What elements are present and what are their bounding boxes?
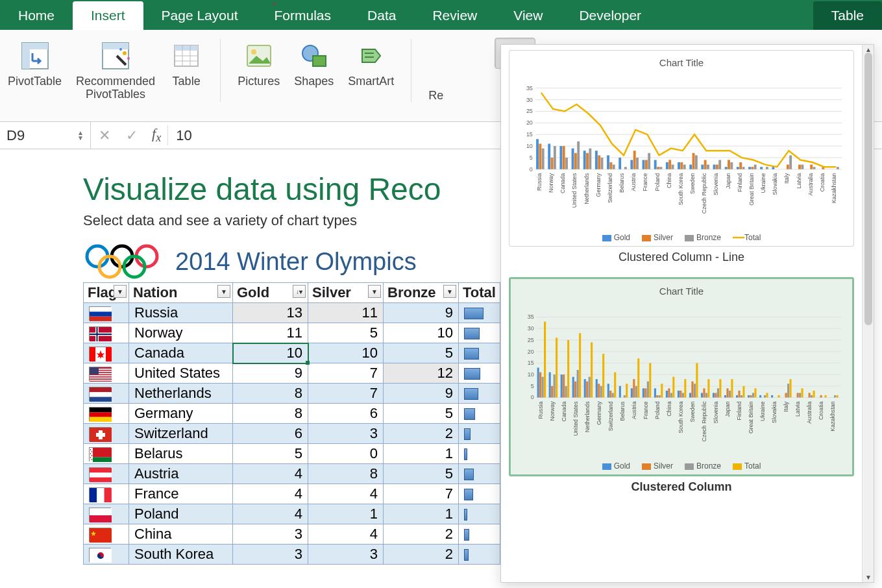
silver-cell[interactable]: 1 [308,504,384,524]
pictures-button[interactable]: Pictures ▼ [238,34,280,121]
bronze-cell[interactable]: 5 [384,343,459,363]
silver-cell[interactable]: 8 [308,464,384,484]
chart-option-clustered-column[interactable]: Chart Title 05101520253035RussiaNorwayCa… [509,277,854,476]
total-cell[interactable] [459,363,500,384]
silver-cell[interactable]: 4 [308,484,384,504]
bronze-cell[interactable]: 12 [384,363,459,384]
gold-cell[interactable]: 8 [233,384,308,404]
formula-value[interactable]: 10 [168,127,199,144]
table-row[interactable]: Russia13119 [84,303,500,323]
gold-cell[interactable]: 5 [233,444,308,464]
gold-cell[interactable]: 13 [233,303,308,323]
header-bronze[interactable]: Bronze▼ [384,283,459,303]
silver-cell[interactable]: 5 [308,323,384,343]
tab-home[interactable]: Home [0,1,73,30]
bronze-cell[interactable]: 1 [384,444,459,464]
tab-view[interactable]: View [495,1,561,30]
total-cell[interactable] [459,444,500,464]
name-box-stepper[interactable]: ▲▼ [77,130,84,141]
total-cell[interactable] [459,504,500,524]
total-cell[interactable] [459,303,500,323]
tab-data[interactable]: Data [349,1,414,30]
silver-cell[interactable]: 7 [308,384,384,404]
table-row[interactable]: France447 [84,484,500,504]
silver-cell[interactable]: 0 [308,444,384,464]
table-row[interactable]: United States9712 [84,363,500,384]
name-box[interactable]: D9 ▲▼ [0,122,91,149]
header-flag[interactable]: Flag▼ [84,283,129,303]
shapes-button[interactable]: Shapes [294,34,334,121]
gold-cell[interactable]: 4 [233,484,308,504]
bronze-cell[interactable]: 9 [384,384,459,404]
gold-cell[interactable]: 3 [233,545,308,565]
chart-option-clustered-column-line[interactable]: Chart Title 05101520253035RussiaNorwayCa… [509,50,854,247]
table-row[interactable]: Norway11510 [84,323,500,343]
scroll-down-icon[interactable]: ▼ [864,574,872,581]
filter-sort-icon[interactable]: ↓▾ [293,285,306,298]
filter-icon[interactable]: ▼ [443,285,456,298]
total-cell[interactable] [459,524,500,545]
gold-cell[interactable]: 8 [233,404,308,424]
total-cell[interactable] [459,404,500,424]
bronze-cell[interactable]: 1 [384,504,459,524]
tab-page-layout[interactable]: Page Layout [143,1,256,30]
recommended-pivottables-button[interactable]: Recommended PivotTables [76,34,155,121]
fx-label[interactable]: fx [145,125,168,145]
gold-cell[interactable]: 3 [233,524,308,545]
tab-table-context[interactable]: Table [813,1,882,30]
silver-cell[interactable]: 11 [308,303,384,323]
total-cell[interactable] [459,424,500,444]
tab-developer[interactable]: Developer [561,1,659,30]
filter-icon[interactable]: ▼ [368,285,381,298]
tab-formulas[interactable]: Formulas [256,1,350,30]
silver-cell[interactable]: 10 [308,343,384,363]
tab-review[interactable]: Review [414,1,495,30]
gold-cell[interactable]: 6 [233,424,308,444]
total-cell[interactable] [459,545,500,565]
silver-cell[interactable]: 3 [308,424,384,444]
total-cell[interactable] [459,484,500,504]
bronze-cell[interactable]: 10 [384,323,459,343]
table-row[interactable]: Belarus501 [84,444,500,464]
table-row[interactable]: Poland411 [84,504,500,524]
gold-cell[interactable]: 4 [233,504,308,524]
bronze-cell[interactable]: 5 [384,464,459,484]
silver-cell[interactable]: 7 [308,363,384,384]
pivottable-button[interactable]: PivotTable [8,34,62,121]
header-gold[interactable]: Gold↓▾ [233,283,308,303]
gold-cell[interactable]: 10 [233,343,308,363]
medals-table[interactable]: Flag▼ Nation▼ Gold↓▾ Silver▼ Bronze▼ Tot… [83,282,500,565]
bronze-cell[interactable]: 5 [384,404,459,424]
bronze-cell[interactable]: 7 [384,484,459,504]
table-row[interactable]: Austria485 [84,464,500,484]
recommended-charts-button[interactable]: Re [428,34,443,121]
total-cell[interactable] [459,384,500,404]
table-row[interactable]: Canada10105 [84,343,500,363]
silver-cell[interactable]: 6 [308,404,384,424]
filter-icon[interactable]: ▼ [114,285,127,298]
table-row[interactable]: Switzerland632 [84,424,500,444]
header-nation[interactable]: Nation▼ [129,283,233,303]
tab-insert[interactable]: Insert [73,1,143,30]
gold-cell[interactable]: 11 [233,323,308,343]
header-total[interactable]: Total [459,283,500,303]
enter-formula-button[interactable]: ✓ [118,127,145,144]
reco-scrollbar[interactable]: ▲ ▼ [862,45,874,582]
header-silver[interactable]: Silver▼ [308,283,384,303]
scrollbar-thumb[interactable] [864,53,872,325]
total-cell[interactable] [459,343,500,363]
total-cell[interactable] [459,464,500,484]
cancel-formula-button[interactable]: ✕ [91,127,118,144]
total-cell[interactable] [459,323,500,343]
filter-icon[interactable]: ▼ [217,285,230,298]
gold-cell[interactable]: 4 [233,464,308,484]
gold-cell[interactable]: 9 [233,363,308,384]
silver-cell[interactable]: 3 [308,545,384,565]
table-row[interactable]: China342 [84,524,500,545]
table-row[interactable]: Netherlands879 [84,384,500,404]
table-row[interactable]: Germany865 [84,404,500,424]
table-button[interactable]: Table [169,34,203,121]
bronze-cell[interactable]: 2 [384,424,459,444]
table-row[interactable]: South Korea332 [84,545,500,565]
bronze-cell[interactable]: 2 [384,524,459,545]
